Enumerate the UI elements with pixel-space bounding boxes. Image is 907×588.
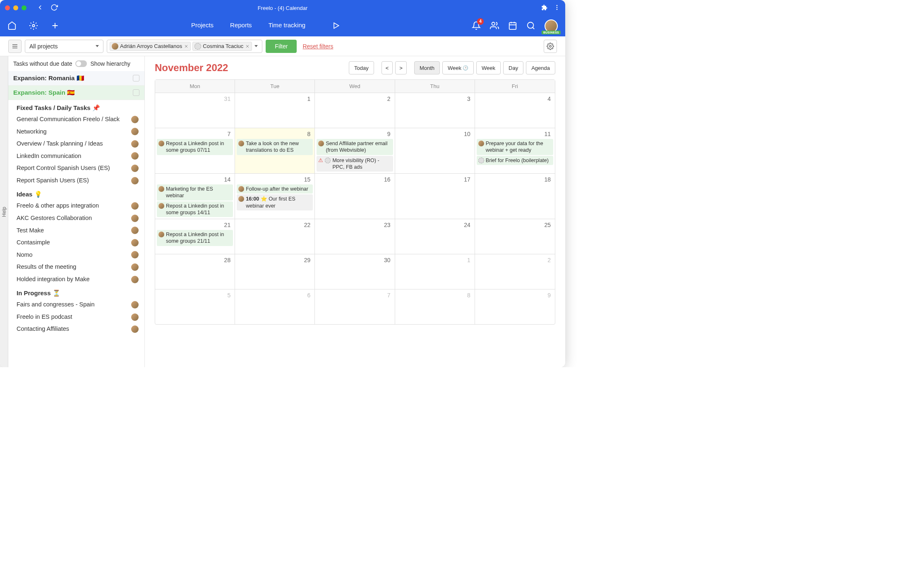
task-item[interactable]: Contasimple [8,237,144,249]
calendar-cell[interactable]: 1 [235,93,315,128]
calendar-cell[interactable]: 30 [315,254,395,289]
calendar-cell[interactable]: 28 [155,254,235,289]
calendar-cell[interactable]: 31 [155,93,235,128]
calendar-event[interactable]: 16:00 ⭐ Our first ES webinar ever [237,194,313,210]
reload-icon[interactable] [50,4,58,12]
calendar-cell[interactable]: 9Send Affiliate partner email (from Webv… [315,128,395,173]
calendar-event[interactable]: Take a look on the new translations to d… [237,139,313,155]
calendar-cell[interactable]: 15Follow-up after the webinar16:00 ⭐ Our… [235,173,315,219]
notifications-icon[interactable]: 4 [472,21,481,31]
close-window[interactable] [5,5,10,10]
calendar-cell[interactable]: 10 [395,128,475,173]
task-item[interactable]: Nomo [8,249,144,261]
people-icon[interactable] [490,21,499,31]
project-checkbox[interactable] [133,89,139,96]
maximize-window[interactable] [22,5,26,10]
task-item[interactable]: Freelo in ES podcast [8,311,144,323]
extension-icon[interactable] [541,4,548,12]
calendar-cell[interactable]: 7 [315,289,395,324]
calendar-cell[interactable]: 4 [475,93,555,128]
calendar-event[interactable]: Repost a Linkedin post in some groups 14… [157,201,233,218]
filter-settings-button[interactable] [544,40,557,53]
calendar-event[interactable]: ⚠More visibility (RO) - PPC, FB ads [317,156,393,172]
calendar-icon[interactable] [508,21,517,31]
calendar-cell[interactable]: 6 [235,289,315,324]
minimize-window[interactable] [13,5,18,10]
remove-chip-icon[interactable] [245,44,250,49]
calendar-cell[interactable]: 11Prepare your data for the webinar + ge… [475,128,555,173]
view-month[interactable]: Month [414,61,440,74]
calendar-event[interactable]: Repost a Linkedin post in some groups 07… [157,139,233,155]
task-item[interactable]: Networking [8,126,144,138]
calendar-event[interactable]: Marketing for the ES webinar [157,184,233,201]
calendar-cell[interactable]: 23 [315,219,395,254]
calendar-cell[interactable]: 9 [475,289,555,324]
view-day[interactable]: Day [503,61,523,74]
calendar-cell[interactable]: 16 [315,173,395,219]
projects-dropdown[interactable]: All projects [25,40,103,53]
calendar-event[interactable]: Send Affiliate partner email (from Webvi… [317,139,393,155]
calendar-cell[interactable]: 29 [235,254,315,289]
task-item[interactable]: Freelo & other apps integration [8,200,144,212]
calendar-cell[interactable]: 21Repost a Linkedin post in some groups … [155,219,235,254]
task-item[interactable]: Test Make [8,225,144,237]
project-header-romania[interactable]: Expansion: Romania 🇷🇴 [8,71,144,86]
calendar-cell[interactable]: 17 [395,173,475,219]
reset-filters-link[interactable]: Reset filters [302,43,333,50]
remove-chip-icon[interactable] [184,44,189,49]
calendar-cell[interactable]: 8Take a look on the new translations to … [235,128,315,173]
calendar-event[interactable]: Prepare your data for the webinar + get … [477,139,553,155]
help-strip[interactable]: Help [0,56,8,367]
task-item[interactable]: General Communication Freelo / Slack [8,113,144,126]
calendar-cell[interactable]: 2 [315,93,395,128]
nav-projects[interactable]: Projects [191,22,214,31]
task-item[interactable]: Report Spanish Users (ES) [8,174,144,187]
calendar-cell[interactable]: 25 [475,219,555,254]
task-item[interactable]: Results of the meeting [8,261,144,273]
project-header-spain[interactable]: Expansion: Spain 🇪🇸 [8,86,144,100]
task-item[interactable]: Holded integration by Make [8,273,144,286]
people-filter-dropdown[interactable]: Adrián Arroyo Castellanos Cosmina Tcaciu… [107,40,262,53]
calendar-cell[interactable]: 14Marketing for the ES webinarRepost a L… [155,173,235,219]
search-icon[interactable] [526,21,535,31]
toggle-sidebar-button[interactable] [8,40,22,53]
calendar-cell[interactable]: 1 [395,254,475,289]
calendar-cell[interactable]: 22 [235,219,315,254]
show-hierarchy-toggle[interactable] [75,60,87,67]
view-week-44[interactable]: Week 🕒 [442,61,474,74]
add-icon[interactable] [50,21,60,31]
svg-point-0 [557,5,558,6]
calendar-event[interactable]: Repost a Linkedin post in some groups 21… [157,230,233,246]
user-avatar[interactable]: BUSINESS [545,19,558,33]
calendar-cell[interactable]: 7Repost a Linkedin post in some groups 0… [155,128,235,173]
project-checkbox[interactable] [133,75,139,81]
settings-wheel-icon[interactable] [29,21,38,31]
task-item[interactable]: Contacting Affiliates [8,323,144,335]
nav-time-tracking[interactable]: Time tracking [269,22,305,31]
task-item[interactable]: LinkedIn communication [8,150,144,163]
next-button[interactable]: > [395,61,407,74]
calendar-event[interactable]: Follow-up after the webinar [237,184,313,194]
back-icon[interactable] [36,4,44,12]
prev-button[interactable]: < [382,61,393,74]
calendar-cell[interactable]: 18 [475,173,555,219]
calendar-cell[interactable]: 2 [475,254,555,289]
filter-button[interactable]: Filter [266,40,297,53]
task-item[interactable]: AKC Gestores Collaboration [8,212,144,225]
view-agenda[interactable]: Agenda [526,61,555,74]
task-item[interactable]: Report Control Spanish Users (ES) [8,162,144,174]
day-number: 30 [317,256,393,264]
task-item[interactable]: Fairs and congresses - Spain [8,299,144,311]
calendar-cell[interactable]: 8 [395,289,475,324]
task-item[interactable]: Overview / Task planning / Ideas [8,138,144,150]
today-button[interactable]: Today [349,61,374,74]
calendar-event[interactable]: Brief for Freelo (boilerplate) [477,156,553,165]
calendar-cell[interactable]: 3 [395,93,475,128]
play-icon[interactable] [332,22,340,31]
calendar-cell[interactable]: 24 [395,219,475,254]
nav-reports[interactable]: Reports [230,22,252,31]
view-week[interactable]: Week [476,61,501,74]
home-icon[interactable] [7,21,17,31]
menu-dots-icon[interactable] [554,4,560,12]
calendar-cell[interactable]: 5 [155,289,235,324]
